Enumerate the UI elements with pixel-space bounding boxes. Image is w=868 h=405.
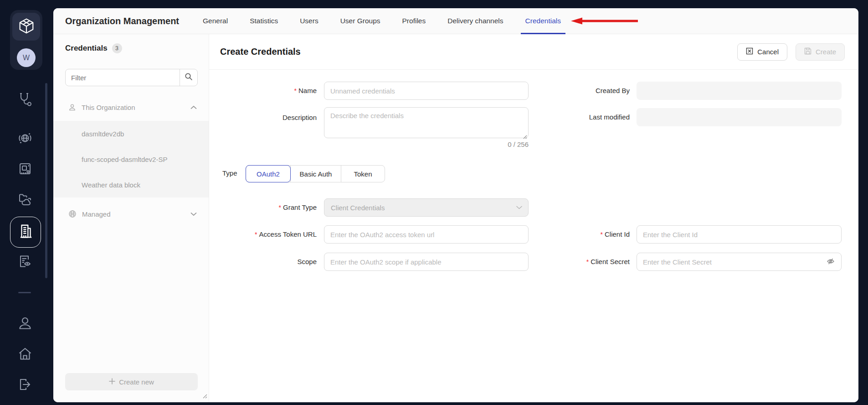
filter-input[interactable] (66, 69, 180, 86)
stethoscope-icon (17, 92, 33, 109)
screen: W (0, 0, 868, 405)
type-option-oauth2[interactable]: OAuth2 (246, 166, 291, 182)
save-icon (804, 47, 812, 56)
globe-icon (68, 210, 77, 218)
type-option-basic-auth[interactable]: Basic Auth (291, 166, 341, 182)
grant-type-select[interactable]: Client Credentials (324, 198, 529, 217)
sidebar-item-devices[interactable] (15, 160, 35, 180)
filter-search-button[interactable] (180, 69, 197, 86)
tree-group-label: Managed (82, 210, 111, 218)
building-icon (17, 223, 34, 241)
description-textarea[interactable] (324, 107, 529, 138)
tab-delivery-channels[interactable]: Delivery channels (437, 8, 514, 34)
client-id-input[interactable] (637, 225, 842, 244)
home-icon (17, 346, 33, 363)
person-icon (68, 104, 76, 111)
eye-slash-icon (827, 257, 835, 267)
chevron-up-icon[interactable] (190, 105, 197, 109)
scope-label: Scope (216, 257, 317, 266)
tree-group-label: This Organization (82, 104, 135, 111)
panel-title: Credentials (65, 44, 108, 53)
window-header: Organization Management General Statisti… (53, 8, 858, 34)
scope-input[interactable] (324, 253, 529, 271)
globe-network-icon (17, 130, 33, 148)
tab-general[interactable]: General (192, 8, 239, 34)
credentials-count-badge: 3 (112, 43, 122, 53)
sidebar-scrollbar[interactable] (45, 83, 47, 278)
sidebar-item-logout[interactable] (15, 375, 35, 395)
cancel-button[interactable]: Cancel (737, 43, 787, 61)
main-toolbar: Create Credentials Cancel Create (209, 34, 858, 70)
grant-type-label: *Grant Type (216, 203, 317, 212)
required-asterisk: * (586, 258, 589, 265)
last-modified-label: Last modified (529, 113, 630, 122)
create-new-button[interactable]: Create new (65, 373, 198, 390)
person-icon (17, 316, 33, 333)
sidebar-item-home[interactable] (15, 345, 35, 365)
name-input[interactable] (324, 82, 529, 100)
avatar-initial: W (23, 54, 30, 62)
credentials-form: *Name Created By Description Last modifi… (209, 70, 858, 402)
type-label: Type (222, 169, 237, 178)
filter-box (65, 69, 198, 86)
list-item-credential[interactable]: dasmltdev2db (53, 121, 209, 146)
sidebar-item-resources[interactable] (15, 191, 35, 211)
access-token-url-input[interactable] (324, 225, 529, 244)
tab-users[interactable]: Users (289, 8, 329, 34)
search-icon (185, 73, 193, 83)
page-title: Organization Management (65, 16, 176, 26)
description-label: Description (216, 113, 317, 122)
chip-icon (17, 161, 33, 178)
list-item-credential[interactable]: func-scoped-dasmltdev2-SP (53, 146, 209, 172)
required-asterisk: * (601, 231, 603, 238)
tab-statistics[interactable]: Statistics (239, 8, 289, 34)
close-square-icon (746, 47, 753, 56)
sidebar-item-network[interactable] (15, 129, 35, 149)
chevron-down-icon[interactable] (190, 212, 197, 216)
credentials-list: dasmltdev2db func-scoped-dasmltdev2-SP W… (53, 121, 209, 197)
red-arrow-tab (570, 17, 639, 25)
description-char-counter: 0 / 256 (324, 140, 529, 148)
client-secret-input[interactable] (637, 253, 842, 271)
client-id-label: *Client Id (529, 230, 630, 239)
sidebar-item-profile[interactable] (15, 314, 35, 334)
access-token-url-label: *Access Token URL (216, 230, 317, 239)
app-window: Organization Management General Statisti… (53, 8, 858, 402)
main-content: Create Credentials Cancel Create (209, 34, 858, 402)
tree-group-managed[interactable]: Managed (53, 204, 209, 224)
tab-credentials[interactable]: Credentials (514, 8, 572, 34)
panel-resize-handle[interactable] (202, 392, 207, 400)
document-eye-icon (17, 254, 33, 271)
required-asterisk: * (279, 204, 281, 211)
type-segmented-control: OAuth2 Basic Auth Token (246, 165, 385, 182)
created-by-label: Created By (529, 86, 630, 95)
logout-icon (17, 377, 33, 394)
folder-cloud-icon (17, 192, 33, 209)
credentials-panel: Credentials 3 (53, 34, 209, 402)
sidebar-item-diagnostics[interactable] (15, 90, 35, 110)
required-asterisk: * (294, 87, 297, 94)
tab-bar: General Statistics Users User Groups Pro… (192, 8, 572, 34)
tab-user-groups[interactable]: User Groups (329, 8, 391, 34)
sidebar-top-group: W (10, 10, 42, 70)
create-button[interactable]: Create (796, 43, 845, 61)
form-title: Create Credentials (220, 47, 301, 57)
chevron-down-icon (516, 206, 522, 209)
panel-title-row: Credentials 3 (65, 43, 122, 53)
last-modified-field (637, 108, 842, 126)
tab-profiles[interactable]: Profiles (391, 8, 437, 34)
name-label: *Name (216, 86, 317, 95)
tree-group-this-organization[interactable]: This Organization (53, 99, 209, 115)
plus-icon (109, 378, 115, 386)
sidebar-item-audit[interactable] (15, 252, 35, 272)
toggle-secret-visibility-button[interactable] (825, 256, 836, 267)
client-secret-label: *Client Secret (529, 257, 630, 266)
sidebar-divider (18, 292, 31, 293)
created-by-field (637, 82, 842, 100)
type-option-token[interactable]: Token (341, 166, 385, 182)
app-logo[interactable] (12, 13, 40, 41)
required-asterisk: * (255, 231, 257, 238)
sidebar-item-organization[interactable] (10, 217, 41, 248)
user-avatar[interactable]: W (17, 48, 36, 67)
list-item-credential[interactable]: Weather data block (53, 172, 209, 197)
